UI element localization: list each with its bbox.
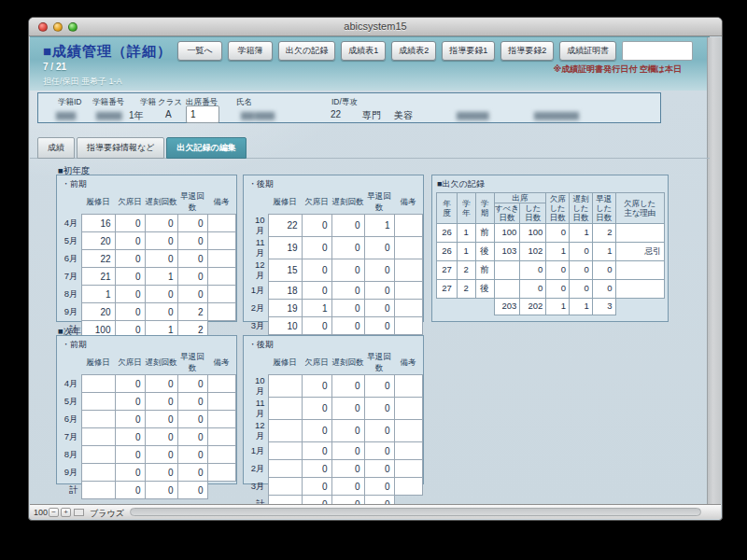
field-cell[interactable]: 18 [268,282,302,300]
remarks-cell[interactable] [207,215,235,232]
field-cell[interactable]: 0 [302,442,331,460]
remarks-cell[interactable] [394,442,422,460]
field-cell[interactable] [81,393,115,411]
nav-button-to-list[interactable]: 一覧へ [177,41,222,61]
field-cell[interactable] [81,428,115,446]
field-cell[interactable] [268,460,302,478]
field-cell[interactable]: 10 [268,317,302,335]
field-cell[interactable]: 0 [177,393,207,411]
field-cell[interactable]: 0 [115,375,145,393]
field-cell[interactable]: 0 [302,478,331,496]
nav-button-seiseki-shomeisho[interactable]: 成績証明書 [559,41,616,61]
remarks-cell[interactable] [394,375,422,398]
field-cell[interactable]: 0 [177,464,207,482]
field-cell[interactable]: 0 [331,282,364,300]
remarks-cell[interactable] [394,317,422,335]
field-cell[interactable]: 0 [145,393,177,411]
field-cell[interactable]: 0 [145,375,177,393]
nav-button-attendance-record[interactable]: 出欠の記録 [278,41,335,61]
field-cell[interactable]: 0 [115,286,145,303]
field-cell[interactable]: 0 [177,250,207,268]
remarks-cell[interactable] [207,411,235,428]
remarks-cell[interactable] [207,232,235,250]
field-cell[interactable]: 0 [364,420,394,442]
field-cell[interactable]: 0 [302,420,331,442]
nav-button-seisekihyo2[interactable]: 成績表2 [391,41,436,61]
field-cell[interactable]: 0 [177,232,207,250]
field-cell[interactable]: 0 [115,482,145,499]
remarks-cell[interactable] [394,259,422,282]
remarks-cell[interactable] [394,460,422,478]
field-cell[interactable]: 0 [115,303,145,321]
field-cell[interactable]: 0 [302,282,331,300]
field-cell[interactable]: 0 [302,259,331,282]
field-cell[interactable]: 0 [115,446,145,464]
field-cell[interactable]: 0 [331,237,364,259]
field-cell[interactable]: 0 [302,215,331,237]
field-cell[interactable]: 0 [177,375,207,393]
field-cell[interactable]: 0 [145,286,177,303]
field-cell[interactable]: 0 [331,375,364,398]
field-cell[interactable]: 0 [364,460,394,478]
nav-button-shido-yoroku1[interactable]: 指導要録1 [442,41,495,61]
field-cell[interactable]: 19 [268,300,302,317]
field-cell[interactable]: 0 [331,460,364,478]
tab-2-active[interactable]: 出欠記録の編集 [166,137,246,159]
field-cell[interactable] [81,446,115,464]
remarks-cell[interactable] [394,420,422,442]
field-cell[interactable]: 0 [145,250,177,268]
field-cell[interactable]: 0 [145,482,177,499]
field-cell[interactable]: 0 [115,215,145,232]
remarks-cell[interactable] [394,237,422,259]
field-cell[interactable]: 0 [331,398,364,420]
nav-button-shido-yoroku2[interactable]: 指導要録2 [500,41,554,61]
field-cell[interactable]: 0 [177,428,207,446]
field-cell[interactable]: 1 [302,300,331,317]
remarks-cell[interactable] [207,250,235,268]
field-cell[interactable]: 0 [364,317,394,335]
cert-date-field[interactable] [622,41,693,61]
field-cell[interactable]: 19 [268,237,302,259]
seat-number-field[interactable] [186,105,219,123]
remarks-cell[interactable] [394,478,422,496]
field-cell[interactable]: 15 [268,259,302,282]
remarks-cell[interactable] [207,428,235,446]
remarks-cell[interactable] [207,393,235,411]
field-cell[interactable]: 0 [115,268,145,286]
field-cell[interactable]: 1 [81,286,115,303]
nav-button-gakusekibo[interactable]: 学籍簿 [228,41,273,61]
remarks-cell[interactable] [207,446,235,464]
field-cell[interactable]: 1 [364,215,394,237]
field-cell[interactable] [81,411,115,428]
remarks-cell[interactable] [207,286,235,303]
field-cell[interactable]: 0 [145,232,177,250]
horizontal-scrollbar[interactable] [130,508,701,516]
field-cell[interactable]: 0 [331,259,364,282]
field-cell[interactable]: 0 [177,411,207,428]
field-cell[interactable]: 0 [364,375,394,398]
field-cell[interactable]: 0 [177,215,207,232]
remarks-cell[interactable] [207,303,235,321]
field-cell[interactable]: 0 [115,411,145,428]
field-cell[interactable] [81,464,115,482]
remarks-cell[interactable] [394,398,422,420]
remarks-cell[interactable] [394,215,422,237]
field-cell[interactable]: 20 [81,232,115,250]
field-cell[interactable]: 0 [145,215,177,232]
field-cell[interactable]: 0 [364,282,394,300]
remarks-cell[interactable] [394,282,422,300]
field-cell[interactable]: 0 [331,317,364,335]
remarks-cell[interactable] [394,300,422,317]
remarks-cell[interactable] [207,464,235,482]
zoom-in-button[interactable]: + [61,508,71,517]
field-cell[interactable] [81,375,115,393]
field-cell[interactable]: 0 [364,259,394,282]
layout-mode-icon[interactable] [74,509,84,516]
field-cell[interactable]: 0 [145,464,177,482]
field-cell[interactable]: 0 [177,482,207,499]
field-cell[interactable]: 0 [364,442,394,460]
field-cell[interactable]: 0 [331,442,364,460]
field-cell[interactable]: 0 [364,398,394,420]
field-cell[interactable]: 0 [145,428,177,446]
nav-button-seisekihyo1[interactable]: 成績表1 [341,41,386,61]
